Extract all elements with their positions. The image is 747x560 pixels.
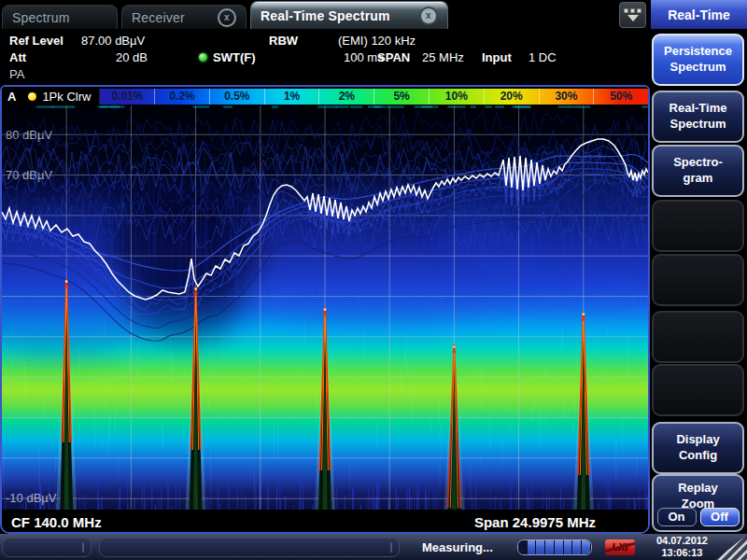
softkey-display-config[interactable]: Display Config: [652, 422, 744, 474]
measurement-status: Measuring...: [422, 540, 493, 554]
scale-tick: 1%: [265, 89, 320, 105]
tab-list-icon: [624, 8, 641, 13]
tab-spectrum[interactable]: Spectrum: [2, 5, 118, 29]
input-label: Input: [482, 50, 512, 64]
softkey-label: gram: [684, 171, 713, 187]
svg-text:-10 dBµV: -10 dBµV: [6, 491, 57, 505]
scale-tick: 0.01%: [100, 89, 155, 105]
att-label: Att: [9, 50, 26, 64]
ref-level-value[interactable]: 87.00 dBµV: [81, 34, 145, 48]
measurement-window: A 1Pk Clrw 0.01% 0.2% 0.5% 1% 2% 5% 10% …: [0, 85, 650, 534]
softkey-empty-1: [652, 200, 744, 252]
trace-marker-icon: [28, 92, 36, 101]
resize-grip-icon: [715, 535, 747, 560]
softkey-empty-3: [652, 311, 744, 363]
softkey-label: Spectrum: [670, 60, 726, 76]
softkey-persistence-spectrum[interactable]: Persistence Spectrum: [652, 34, 744, 86]
trace-mode-label[interactable]: 1Pk Clrw: [42, 90, 91, 104]
status-bar: Measuring... LXI 04.07.2012 13:06:13: [0, 534, 747, 560]
span-label: SPAN: [377, 50, 410, 64]
tab-label: Spectrum: [12, 10, 70, 25]
softkey-label: Replay: [678, 481, 718, 497]
softkey-label: Spectro-: [673, 155, 723, 171]
toggle-off-button[interactable]: Off: [700, 508, 740, 526]
softkey-label: Config: [679, 448, 717, 464]
persistence-color-scale: 0.01% 0.2% 0.5% 1% 2% 5% 10% 20% 30% 50%: [99, 89, 648, 105]
scale-tick: 10%: [430, 89, 485, 105]
trace-info-bar: A 1Pk Clrw 0.01% 0.2% 0.5% 1% 2% 5% 10% …: [2, 87, 648, 105]
tab-bar: Spectrum Receiver x Real-Time Spectrum x: [0, 0, 650, 29]
swt-label: SWT(F): [213, 50, 255, 64]
sweep-led-icon: [199, 53, 207, 62]
softkey-label: Real-Time: [669, 101, 727, 117]
taskbar-button-1[interactable]: [2, 538, 92, 557]
softkey-label: Persistence: [664, 44, 732, 60]
replay-zoom-toggle: On Off: [654, 508, 742, 526]
att-value[interactable]: 20 dB: [116, 50, 148, 64]
softkey-empty-4: [652, 364, 744, 416]
scale-tick: 30%: [540, 89, 595, 105]
scale-tick: 20%: [485, 89, 540, 105]
softkey-label: Display: [676, 432, 719, 448]
softkey-sidebar: Real-Time Persistence Spectrum Real-Time…: [650, 0, 747, 534]
softkey-replay-zoom[interactable]: Replay Zoom On Off: [652, 474, 744, 532]
center-frequency-readout[interactable]: CF 140.0 MHz: [11, 514, 102, 530]
tab-realtime-spectrum[interactable]: Real-Time Spectrum x: [250, 1, 448, 29]
rbw-label: RBW: [269, 34, 298, 48]
spectrum-display[interactable]: 80 dBµV70 dBµV-10 dBµV: [2, 105, 648, 510]
menu-title: Real-Time: [650, 0, 747, 29]
settings-header: Ref Level 87.00 dBµV RBW (EMI) 120 kHz A…: [0, 29, 650, 85]
time-text: 13:06:13: [656, 547, 708, 559]
close-icon[interactable]: x: [218, 8, 236, 27]
ref-level-label: Ref Level: [9, 34, 63, 48]
input-value[interactable]: 1 DC: [529, 50, 557, 64]
tab-label: Receiver: [132, 10, 185, 25]
softkey-empty-2: [652, 254, 744, 306]
lxi-status-icon: LXI: [605, 539, 635, 555]
toggle-on-button[interactable]: On: [657, 508, 697, 526]
tab-list-button[interactable]: [619, 2, 646, 28]
frequency-bar: CF 140.0 MHz Span 24.9975 MHz: [2, 510, 648, 534]
sweep-progress-bar: [517, 539, 592, 555]
scale-tick: 0.2%: [155, 89, 210, 105]
close-icon[interactable]: x: [419, 7, 438, 25]
datetime-display: 04.07.2012 13:06:13: [656, 535, 708, 559]
chevron-down-icon: [627, 15, 639, 21]
window-badge: A: [7, 90, 16, 104]
preamp-indicator: PA: [9, 67, 24, 81]
instrument-screen: Spectrum Receiver x Real-Time Spectrum x…: [0, 0, 747, 560]
scale-tick: 2%: [319, 89, 374, 105]
span-value[interactable]: 25 MHz: [422, 50, 464, 64]
softkey-realtime-spectrum[interactable]: Real-Time Spectrum: [652, 91, 744, 143]
span-readout[interactable]: Span 24.9975 MHz: [474, 514, 596, 530]
tab-label: Real-Time Spectrum: [261, 8, 390, 23]
date-text: 04.07.2012: [656, 535, 708, 547]
rbw-value[interactable]: (EMI) 120 kHz: [338, 34, 416, 48]
softkey-label: Spectrum: [670, 117, 726, 133]
scale-tick: 5%: [374, 89, 430, 105]
scale-tick: 0.5%: [210, 89, 265, 105]
taskbar-button-2[interactable]: [99, 538, 400, 557]
softkey-spectrogram[interactable]: Spectro- gram: [652, 145, 744, 197]
scale-tick: 50%: [594, 89, 648, 105]
tab-receiver[interactable]: Receiver x: [121, 5, 247, 29]
